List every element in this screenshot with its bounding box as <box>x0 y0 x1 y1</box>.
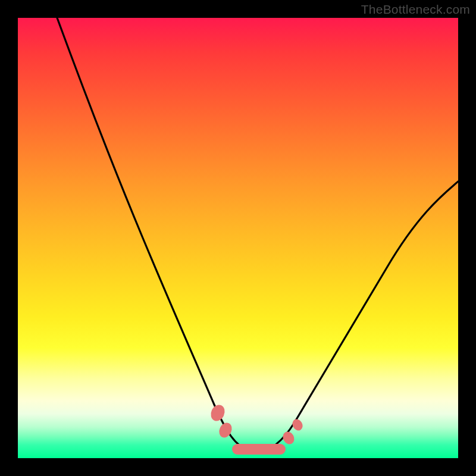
plot-area <box>18 18 458 458</box>
watermark-text: TheBottleneck.com <box>361 2 470 17</box>
marker-dot <box>281 430 297 446</box>
marker-bar <box>232 444 286 455</box>
marker-dot <box>290 417 305 432</box>
marker-dot <box>208 403 227 424</box>
outer-frame: TheBottleneck.com <box>0 0 476 476</box>
chart-svg <box>18 18 458 458</box>
curve-path <box>57 18 458 452</box>
